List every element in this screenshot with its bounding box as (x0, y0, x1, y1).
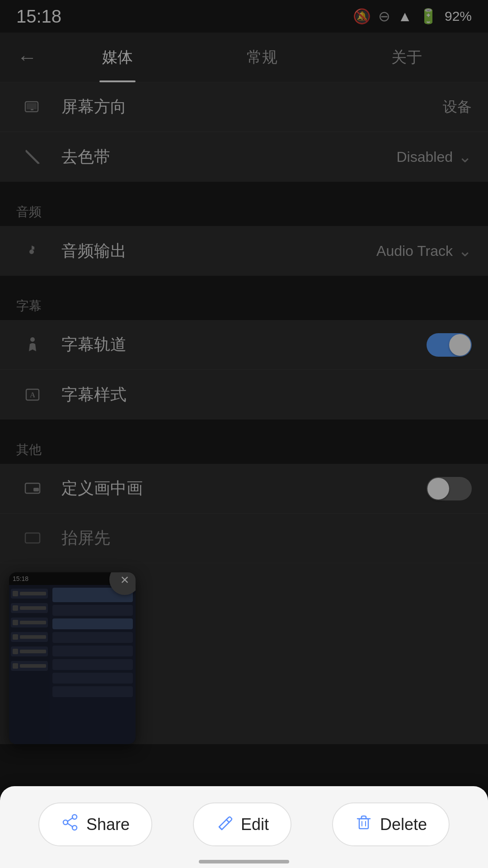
svg-rect-18 (359, 819, 368, 829)
edit-icon (216, 813, 234, 835)
svg-point-12 (72, 815, 77, 819)
dim-overlay (0, 0, 488, 868)
share-label: Share (86, 815, 130, 834)
svg-line-16 (67, 823, 73, 827)
svg-line-17 (219, 827, 222, 830)
svg-line-15 (67, 818, 73, 821)
delete-icon (355, 813, 373, 835)
bottom-action-bar: Share Edit Delete (0, 786, 488, 868)
delete-label: Delete (380, 815, 427, 834)
home-indicator (199, 860, 289, 863)
svg-point-13 (63, 820, 68, 825)
edit-label: Edit (241, 815, 269, 834)
share-icon (61, 813, 79, 835)
delete-button[interactable]: Delete (332, 802, 450, 846)
share-button[interactable]: Share (38, 802, 152, 846)
edit-button[interactable]: Edit (193, 802, 291, 846)
svg-point-14 (72, 826, 77, 830)
